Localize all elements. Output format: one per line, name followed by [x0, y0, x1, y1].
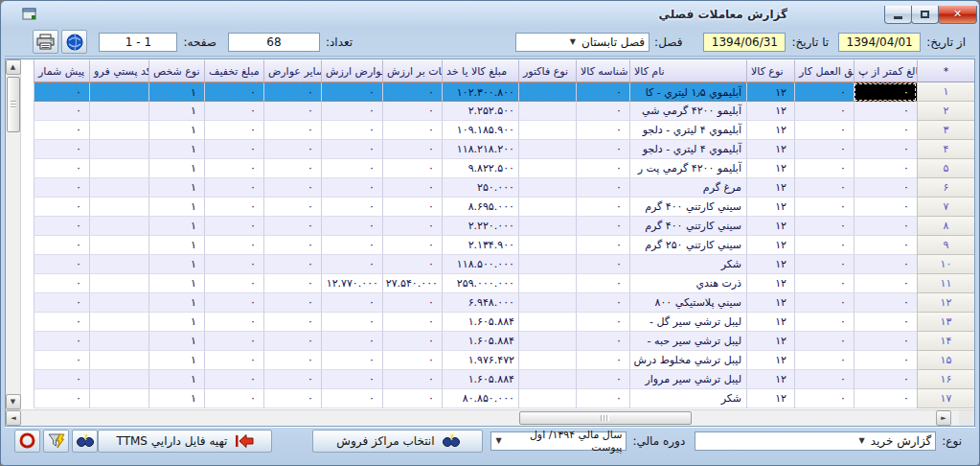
cell[interactable]: ۱۲	[746, 313, 794, 332]
cell[interactable]: ۰	[382, 121, 442, 140]
table-row[interactable]: ۱۲۰۰۱۲سيني پلاستيكي ۸۰۰۰۶.۹۴۸.۰۰۰۰۰۰۰۱۰	[21, 293, 974, 313]
cell[interactable]: ۰	[34, 159, 89, 178]
select-sales-centers-button[interactable]: ? انتخاب مراكز فروش	[312, 430, 483, 453]
cell[interactable]: ۰	[854, 82, 917, 102]
cell[interactable]: ۱۲	[746, 198, 794, 217]
cell[interactable]: ۰	[794, 351, 854, 370]
table-row[interactable]: ۱۱۰۰۱۲ذرت هندي۰۲۵۹.۰۰۰.۰۰۰۲۷.۵۴۰.۰۰۰۱۲.۷…	[21, 274, 974, 293]
cell[interactable]	[89, 102, 148, 121]
table-row[interactable]: ۱۳۰۰۱۲ليبل ترشي سير گل -۰۱.۶۰۵.۸۸۴۰۰۰۰۱۰	[21, 313, 974, 332]
cell[interactable]: آبليموي ۴ ليتري - دلجو	[629, 121, 746, 140]
scroll-left-icon[interactable]: ◄	[6, 410, 21, 426]
cell[interactable]	[518, 82, 576, 102]
cell[interactable]: ۰	[263, 389, 321, 408]
cell[interactable]	[518, 198, 576, 217]
from-date-field[interactable]: 1394/04/01	[838, 33, 921, 52]
cell[interactable]: ۱.۹۷۶.۴۷۲	[442, 351, 518, 370]
cell[interactable]: ليبل ترشي سير گل -	[629, 313, 746, 332]
cell[interactable]: ۱۲	[746, 370, 794, 389]
scroll-down-icon[interactable]: ▼	[6, 394, 21, 409]
vertical-scrollbar[interactable]: ▲ ▼	[6, 59, 21, 409]
close-button[interactable]: ✕	[938, 6, 977, 24]
row-number[interactable]: ۱۳	[917, 313, 974, 332]
cell[interactable]: ۰	[34, 121, 89, 140]
row-number[interactable]: ۱	[917, 82, 974, 102]
cell[interactable]: ۱۲	[746, 178, 794, 198]
cell[interactable]: ۰	[794, 389, 854, 408]
cell[interactable]: ۱۲	[746, 82, 794, 102]
cell[interactable]: ۰	[321, 236, 382, 255]
column-header-rownum[interactable]: *	[917, 59, 974, 82]
cell[interactable]: ۰	[204, 389, 263, 408]
cell[interactable]	[89, 236, 148, 255]
table-row[interactable]: ۱۷۰۰۱۲شكر۰۸۰.۸۵۰.۰۰۰۰۰۰۰۱۰	[21, 389, 974, 408]
column-header[interactable]: مبالغ كمتر از پ	[854, 59, 917, 82]
cell[interactable]: ۸.۶۹۵.۰۰۰	[442, 198, 518, 217]
table-row[interactable]: ۵۰۰۱۲آبليمو ۴۲۰۰ گرمي پت ر۰۹.۸۲۲.۵۰۰۰۰۰۰…	[21, 159, 974, 178]
cell[interactable]: ۱	[148, 217, 204, 236]
cell[interactable]: ۰	[382, 293, 442, 313]
cell[interactable]: ۰	[204, 178, 263, 198]
cell[interactable]: ۰	[34, 332, 89, 351]
cell[interactable]: ۰	[576, 370, 629, 389]
cell[interactable]: ۱	[148, 82, 204, 102]
cell[interactable]: ۰	[854, 351, 917, 370]
cell[interactable]: ۰	[34, 178, 89, 198]
cell[interactable]: ۰	[382, 140, 442, 159]
cell[interactable]: ۰	[34, 102, 89, 121]
scroll-up-icon[interactable]: ▲	[6, 59, 21, 75]
column-header[interactable]: پيش شمار	[34, 59, 89, 82]
cell[interactable]	[89, 332, 148, 351]
cell[interactable]: ۰	[321, 255, 382, 274]
cell[interactable]: ۰	[382, 102, 442, 121]
cell[interactable]: ۰	[576, 313, 629, 332]
cell[interactable]: ۰	[794, 82, 854, 102]
cell[interactable]: ۱	[148, 370, 204, 389]
cell[interactable]: ۰	[321, 332, 382, 351]
cell[interactable]: ۰	[576, 121, 629, 140]
cell[interactable]: ۰	[794, 121, 854, 140]
cell[interactable]: ۰	[794, 255, 854, 274]
cell[interactable]: ۰	[34, 217, 89, 236]
cell[interactable]: ۰	[321, 140, 382, 159]
cell[interactable]: ۰	[204, 351, 263, 370]
cell[interactable]: ۰	[382, 255, 442, 274]
cell[interactable]: ۰	[382, 236, 442, 255]
column-header[interactable]: مبلغ تخفيف	[204, 59, 263, 82]
cell[interactable]: ۱۱۸.۵۰۰.۰۰۰	[442, 255, 518, 274]
cell[interactable]: ۰	[321, 178, 382, 198]
cell[interactable]: ۰	[794, 332, 854, 351]
cell[interactable]: ۰	[263, 217, 321, 236]
horizontal-scroll-thumb[interactable]	[519, 411, 692, 425]
cell[interactable]: ۰	[204, 102, 263, 121]
cell[interactable]: ۱	[148, 313, 204, 332]
cell[interactable]: ۰	[204, 198, 263, 217]
cell[interactable]: ۰	[382, 332, 442, 351]
cell[interactable]: ۰	[854, 236, 917, 255]
cell[interactable]: ۰	[321, 217, 382, 236]
cell[interactable]	[518, 351, 576, 370]
column-header[interactable]: عوارض ارزش	[321, 59, 382, 82]
cell[interactable]: ۱	[148, 121, 204, 140]
cell[interactable]: ۰	[794, 236, 854, 255]
cell[interactable]: ۰	[204, 274, 263, 293]
cell[interactable]: ۰	[794, 140, 854, 159]
cell[interactable]: ليبل ترشي مخلوط درش	[629, 351, 746, 370]
cell[interactable]: ۰	[854, 159, 917, 178]
cell[interactable]: ۰	[854, 121, 917, 140]
horizontal-scrollbar[interactable]: ◄ ►	[6, 409, 974, 426]
cell[interactable]: ۰	[263, 370, 321, 389]
cell[interactable]: ۰	[263, 159, 321, 178]
cell[interactable]: ۱	[148, 255, 204, 274]
cell[interactable]: ۰	[263, 140, 321, 159]
cell[interactable]: ۰	[34, 293, 89, 313]
cell[interactable]	[89, 159, 148, 178]
cell[interactable]	[518, 236, 576, 255]
cell[interactable]	[518, 274, 576, 293]
table-row[interactable]: ۱۵۰۰۱۲ليبل ترشي مخلوط درش۰۱.۹۷۶.۴۷۲۰۰۰۰۱…	[21, 351, 974, 370]
row-number[interactable]: ۱۵	[917, 351, 974, 370]
cell[interactable]: ۰	[34, 198, 89, 217]
cell[interactable]: ۱۲	[746, 332, 794, 351]
cell[interactable]: ۰	[34, 140, 89, 159]
cell[interactable]: ۰	[263, 255, 321, 274]
